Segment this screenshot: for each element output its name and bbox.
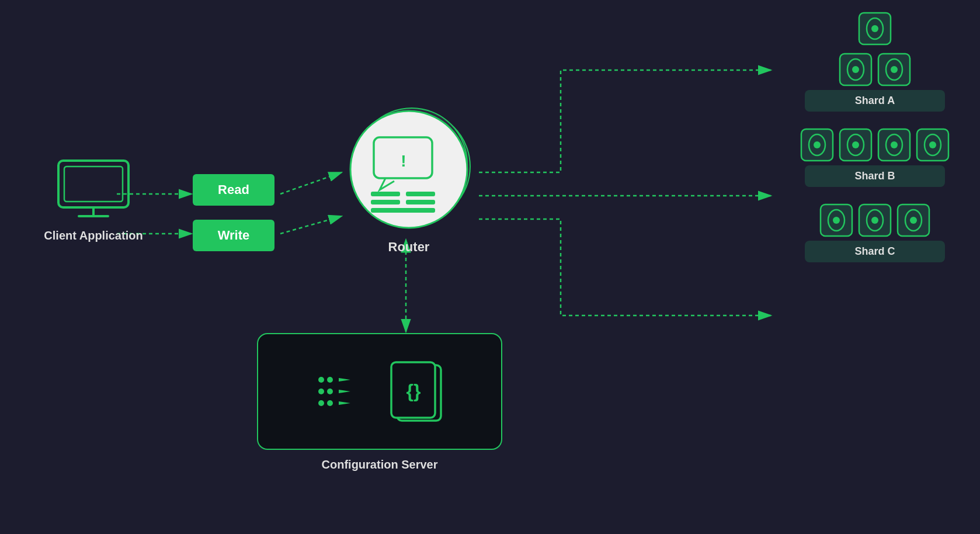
shard-c-label: Shard C [805, 241, 945, 262]
shard-c-group: Shard C [781, 203, 968, 262]
svg-rect-2 [58, 161, 128, 207]
svg-point-54 [871, 217, 878, 224]
router-label: Router [388, 240, 430, 255]
shard-c-node-2 [858, 203, 892, 237]
shard-c-nodes [819, 203, 930, 237]
config-dots-icon [310, 362, 368, 421]
client-label: Client Application [44, 229, 143, 242]
svg-point-18 [318, 389, 324, 394]
svg-point-51 [833, 217, 840, 224]
shard-a-nodes [819, 12, 930, 86]
shard-a-label: Shard A [805, 90, 945, 112]
svg-point-42 [852, 141, 859, 148]
shard-a-node-primary [858, 12, 892, 46]
svg-point-21 [327, 400, 333, 406]
svg-rect-3 [64, 167, 123, 202]
svg-marker-22 [339, 378, 350, 382]
svg-point-20 [318, 400, 324, 406]
read-button[interactable]: Read [193, 174, 274, 206]
config-box: {} [257, 333, 502, 450]
svg-point-57 [910, 217, 917, 224]
shard-a-group: Shard A [781, 12, 968, 112]
shard-a-node-2 [839, 53, 873, 86]
config-server-label: Configuration Server [322, 458, 438, 471]
router-to-shardc-line [479, 219, 771, 315]
svg-point-39 [814, 141, 821, 148]
svg-rect-15 [371, 208, 435, 213]
monitor-icon [55, 158, 131, 222]
svg-point-45 [891, 141, 898, 148]
shard-b-node-1 [800, 128, 834, 162]
svg-point-36 [891, 66, 898, 73]
router-icon: ! [342, 105, 476, 234]
svg-point-33 [852, 66, 859, 73]
svg-text:{}: {} [406, 380, 421, 401]
svg-text:!: ! [401, 152, 406, 170]
svg-rect-14 [406, 200, 435, 204]
svg-point-19 [327, 389, 333, 394]
shard-b-label: Shard B [805, 165, 945, 187]
shard-c-node-3 [896, 203, 930, 237]
shard-c-node-1 [819, 203, 853, 237]
diagram-container: Client Application Read Write ! Router [0, 0, 980, 534]
svg-rect-11 [371, 192, 400, 196]
svg-rect-12 [406, 192, 435, 196]
svg-marker-23 [339, 390, 350, 393]
shard-a-node-3 [877, 53, 911, 86]
shard-b-node-3 [877, 128, 911, 162]
config-json-icon: {} [385, 356, 450, 426]
router-container: ! Router [327, 105, 491, 255]
svg-point-30 [871, 25, 878, 32]
shard-b-nodes [800, 128, 950, 162]
shard-b-group: Shard B [781, 128, 968, 187]
svg-marker-24 [339, 401, 350, 405]
router-to-sharda-line [479, 70, 771, 172]
svg-point-16 [318, 377, 324, 383]
config-server-container: {} Configuration Server [257, 333, 502, 471]
rw-buttons-group: Read Write [193, 174, 274, 251]
shards-column: Shard A [781, 12, 968, 273]
client-application: Client Application [35, 158, 152, 242]
svg-point-17 [327, 377, 333, 383]
shard-b-node-2 [839, 128, 873, 162]
write-button[interactable]: Write [193, 220, 274, 251]
shard-b-node-4 [916, 128, 950, 162]
svg-rect-13 [371, 200, 400, 204]
svg-point-48 [929, 141, 936, 148]
